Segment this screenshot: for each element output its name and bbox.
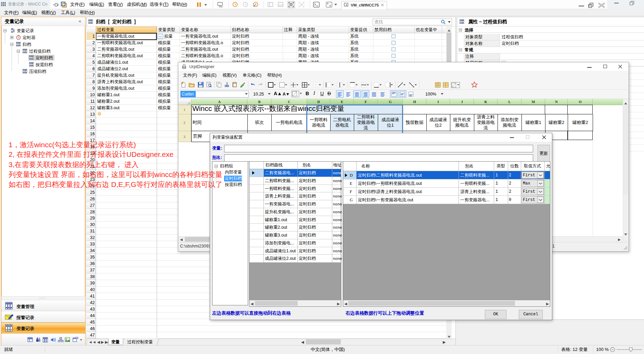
svg-text:2.: 2. [65, 340, 67, 342]
